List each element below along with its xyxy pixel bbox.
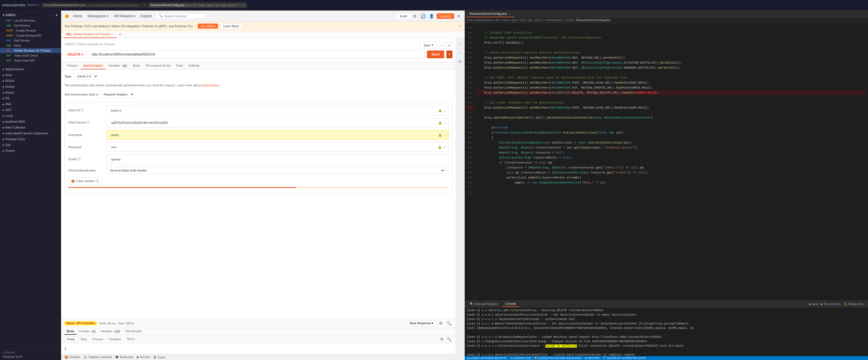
url-input[interactable] <box>89 50 425 59</box>
docker-hub-status[interactable]: 🐳 DOCKER HUB <box>510 357 531 359</box>
response-search-icon-btn[interactable]: 🔍 <box>445 321 453 326</box>
tab2-close-icon[interactable]: ✕ <box>242 4 244 7</box>
client-auth-select[interactable]: Send as Basic Auth header <box>106 167 445 174</box>
nav-api-network[interactable]: API Network ▾ <box>112 13 137 19</box>
nav-home[interactable]: Home <box>71 13 84 19</box>
sync-icon-btn[interactable]: 🔄 <box>420 13 426 19</box>
format-tab-visualize[interactable]: Visualize <box>107 337 123 342</box>
scope-input[interactable] <box>109 156 446 162</box>
debug-jvmcc-btn[interactable]: 🐛 Debug:Jvmc... <box>844 302 866 305</box>
invite-button[interactable]: Invite <box>397 13 410 19</box>
sidebar-item-hello[interactable]: GET Hello <box>0 43 61 48</box>
sidebar-item-edit-review[interactable]: PUT Edit Review <box>0 38 61 43</box>
sonarlint-status[interactable]: 🔍 SONARLINT CONNECTED STATE <box>603 357 646 359</box>
sidebar-item-create-review-api[interactable]: POST Create Review API <box>0 33 61 38</box>
format-tab-pretty[interactable]: Pretty <box>64 336 78 342</box>
username-input[interactable] <box>109 132 437 138</box>
sidebar-item-list-all-reviews[interactable]: GET List All Reviews <box>0 18 61 23</box>
node-oauth2-group[interactable]: ▸ node-oauth2-server-component <box>0 130 61 136</box>
password-input[interactable] <box>109 144 437 150</box>
run-jvmcc-btn[interactable]: ▶ Run JvmccA... <box>821 302 842 305</box>
jwt-group[interactable]: ▸ JWT <box>0 107 61 113</box>
axon-group[interactable]: ▸ Axon <box>0 72 61 78</box>
expand-btn[interactable]: ⤢ <box>446 42 453 48</box>
upgrade-button[interactable]: Upgrade <box>437 13 454 19</box>
capture-requests-btn[interactable]: 📡 Capture requests <box>84 355 112 359</box>
nav-explore[interactable]: Explore <box>139 13 154 19</box>
jvmcc-group-header[interactable]: ▾ JVMCC ★ <box>0 12 61 18</box>
settings-icon-btn[interactable]: ⚙ <box>412 13 418 19</box>
localhost-group[interactable]: ▸ localhost:3000 <box>0 119 61 125</box>
bootcamp-btn[interactable]: 🎓 Bootcamp <box>115 355 133 359</box>
request-tab-delete-reviews[interactable]: DEL Delete Reviews for Product ✕ <box>63 31 116 38</box>
new-tab-btn[interactable]: + <box>117 32 123 37</box>
search-input[interactable] <box>164 14 197 18</box>
tab-tests[interactable]: Tests <box>173 62 186 69</box>
tab-settings[interactable]: Settings <box>186 62 203 69</box>
sidebar-item-token-auth-api[interactable]: GET Token Auth API <box>0 58 61 63</box>
auth-info-link[interactable]: authorization <box>202 84 219 87</box>
response-copy-icon-btn[interactable]: ⧉ <box>438 320 443 326</box>
sidebar-item-token-auth-direct[interactable]: GET Token Auth Direct <box>0 53 61 58</box>
response-tab-headers[interactable]: Headers (12) <box>99 328 123 335</box>
response-tab-cookies[interactable]: Cookies (1) <box>77 328 99 335</box>
method-select[interactable]: DELETE ▾ <box>64 51 86 58</box>
format-tab-raw[interactable]: Raw <box>79 337 89 342</box>
request-tab-close-icon[interactable]: ✕ <box>112 33 114 36</box>
editor-tab-2[interactable]: ResourceServerConfig.java vice > src > m… <box>148 2 247 8</box>
dodg-group[interactable]: ▸ DODG <box>0 78 61 84</box>
postman-echo-group[interactable]: ▸ Postman Echo <box>0 136 61 142</box>
tab-authorization[interactable]: Authorization <box>81 62 106 69</box>
notification-close-icon[interactable]: ✕ <box>459 25 461 28</box>
trash-btn[interactable]: 🗑 Trash <box>153 356 165 359</box>
cookies-btn[interactable]: 🍪 Cookies <box>64 355 80 359</box>
auth-add-select[interactable]: Request Headers <box>100 91 134 98</box>
join-wallet-btn[interactable]: Join Wallet <box>198 24 218 29</box>
term-tab-find[interactable]: 🔍 Find and Replace <box>467 301 501 307</box>
response-tab-body[interactable]: Body <box>64 328 77 335</box>
format-tab-text[interactable]: Text ▾ <box>124 336 137 342</box>
send-button[interactable]: Send <box>427 51 444 58</box>
azure-container-registry-status[interactable]: ☁ AZURE CONTAINER REGISTRY <box>467 357 507 359</box>
response-tab-test-results[interactable]: Test Results <box>123 328 144 335</box>
send-arrow-button[interactable]: ▾ <box>446 51 453 58</box>
tab1-close-icon[interactable]: ✕ <box>143 4 146 7</box>
client-id-input[interactable] <box>109 107 437 113</box>
docker-images-status[interactable]: 📦 SUGGESTED DOCKER HUB IMAGES <box>534 357 581 359</box>
client-secret-input[interactable] <box>109 120 437 126</box>
save-button[interactable]: Save ▾ <box>420 42 436 48</box>
qlik-group[interactable]: ▸ Qlik <box>0 142 61 148</box>
save-response-btn[interactable]: Save Response ▾ <box>407 320 436 326</box>
close-icon-btn[interactable]: ✕ <box>456 13 461 19</box>
tab-params[interactable]: Params <box>64 62 81 69</box>
response-search-btn[interactable]: 🔍 <box>445 336 453 342</box>
auth-type-select[interactable]: OAuth 2.0 <box>73 73 98 80</box>
pwsh-btn[interactable]: ▶ pwsh <box>809 302 818 305</box>
jra-group[interactable]: ▸ JRA <box>0 101 61 107</box>
term-tab-console[interactable]: Console <box>502 301 519 307</box>
local-group[interactable]: ▸ Local <box>0 113 61 119</box>
runner-btn[interactable]: ▶ Runner <box>137 355 150 359</box>
tab-headers[interactable]: Headers (8) <box>106 62 130 69</box>
right-panel-icon-1[interactable]: ⋯ <box>457 40 463 47</box>
avatar-btn[interactable]: 👤 <box>428 13 435 19</box>
tickets-group[interactable]: ▸ Tickets <box>0 148 61 154</box>
sidebar-item-get-review[interactable]: GET Get Review <box>0 23 61 28</box>
sidebar-item-delete-reviews[interactable]: DEL Delete Reviews for Product <box>0 48 61 53</box>
more-options-btn[interactable]: ⋯ <box>438 42 445 48</box>
docker-group[interactable]: ▸ Docker <box>0 84 61 90</box>
editor-tab-1[interactable]: JvmccApiGatewayApplication.java jvmcc-ap… <box>41 2 148 8</box>
format-tab-preview[interactable]: Preview <box>90 337 105 342</box>
password-eye-icon[interactable]: 👁 <box>443 145 446 149</box>
new-collection-group[interactable]: ▸ New Collection <box>0 125 61 130</box>
learn-more-btn[interactable]: Learn More <box>220 23 242 29</box>
appdynamics-group[interactable]: ▸ AppDynamics <box>0 66 61 72</box>
tab-body[interactable]: Body <box>130 62 143 69</box>
right-panel-icon-2[interactable]: ↕ <box>458 50 462 56</box>
code-content[interactable]: // Disable CSRF protection. // deepcode … <box>475 23 868 301</box>
sidebar-item-create-review[interactable]: POST Create Review <box>0 28 61 33</box>
right-panel-icon-3[interactable]: ⟳ <box>458 58 463 65</box>
code-tab-resource-server-config[interactable]: ResourceServerConfig.java ✕ <box>467 10 514 17</box>
fr-group[interactable]: ▸ FR <box>0 96 61 101</box>
tab-pre-request[interactable]: Pre-request Script <box>143 62 173 69</box>
